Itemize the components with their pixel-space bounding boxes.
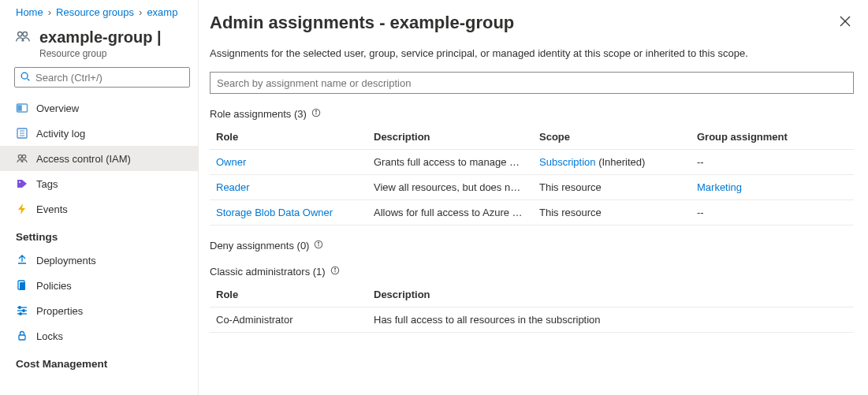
nav-events[interactable]: Events <box>0 196 198 222</box>
classic-admins-title: Classic administrators (1) <box>210 266 326 278</box>
properties-icon <box>16 304 28 317</box>
svg-point-0 <box>18 32 22 37</box>
cell-description: Allows for full access to Azure S… <box>367 200 533 225</box>
cell-scope: This resource <box>533 175 691 200</box>
nav-policies[interactable]: Policies <box>0 273 198 298</box>
events-icon <box>16 203 28 215</box>
iam-icon <box>16 152 28 165</box>
panel-search-input[interactable] <box>210 72 854 94</box>
col-group[interactable]: Group assignment <box>691 125 854 150</box>
activity-log-icon <box>16 127 28 140</box>
close-icon <box>840 17 851 29</box>
sidebar-search-input[interactable] <box>35 72 184 84</box>
col-role[interactable]: Role <box>210 282 367 307</box>
cell-group: -- <box>691 200 854 225</box>
classic-admins-table: Role Description Co-Administrator Has fu… <box>210 282 854 333</box>
nav-label: Deployments <box>36 255 96 266</box>
cell-scope: This resource <box>533 200 691 225</box>
panel-title: Admin assignments - example-group <box>210 13 514 33</box>
panel-description: Assignments for the selected user, group… <box>210 47 854 59</box>
resource-group-title: example-group | <box>39 28 162 47</box>
breadcrumb: Home › Resource groups › examp <box>0 0 198 21</box>
svg-point-20 <box>20 313 22 315</box>
col-description[interactable]: Description <box>367 282 854 307</box>
info-icon[interactable] <box>330 266 340 278</box>
scope-link[interactable]: Subscription <box>539 156 596 168</box>
section-settings: Settings <box>0 222 198 248</box>
search-icon <box>20 71 31 84</box>
nav-tags[interactable]: Tags <box>0 171 198 196</box>
nav-label: Overview <box>36 102 79 114</box>
table-row[interactable]: Co-Administrator Has full access to all … <box>210 307 854 333</box>
cell-group: -- <box>691 150 854 175</box>
svg-point-1 <box>23 32 28 37</box>
role-assignments-title: Role assignments (3) <box>210 108 307 120</box>
svg-point-10 <box>18 155 21 158</box>
deny-assignments-title: Deny assignments (0) <box>210 240 309 252</box>
tags-icon <box>16 177 28 190</box>
cell-description: Grants full access to manage all … <box>367 150 533 175</box>
info-icon[interactable] <box>314 240 323 252</box>
nav-label: Access control (IAM) <box>36 153 131 165</box>
nav-label: Activity log <box>36 128 85 140</box>
locks-icon <box>16 330 28 342</box>
table-row[interactable]: Reader View all resources, but does not…… <box>210 175 854 200</box>
cell-description: Has full access to all resources in the … <box>367 307 854 333</box>
svg-point-32 <box>334 268 335 269</box>
sidebar-nav: Overview Activity log Access control (IA… <box>0 95 198 395</box>
nav-deployments[interactable]: Deployments <box>0 248 198 273</box>
nav-locks[interactable]: Locks <box>0 323 198 348</box>
role-link[interactable]: Owner <box>216 156 246 168</box>
table-row[interactable]: Owner Grants full access to manage all …… <box>210 150 854 175</box>
sidebar-search[interactable] <box>14 67 190 88</box>
svg-point-2 <box>21 73 28 79</box>
svg-point-11 <box>22 155 25 158</box>
svg-rect-5 <box>18 106 21 110</box>
svg-point-29 <box>319 242 319 243</box>
cell-description: View all resources, but does not… <box>367 175 533 200</box>
nav-label: Policies <box>36 280 72 292</box>
svg-point-12 <box>19 181 20 183</box>
nav-label: Properties <box>36 305 83 317</box>
svg-point-26 <box>315 110 316 111</box>
group-link[interactable]: Marketing <box>697 181 742 193</box>
role-link[interactable]: Reader <box>216 181 250 193</box>
cell-role: Co-Administrator <box>210 307 367 333</box>
nav-access-control[interactable]: Access control (IAM) <box>0 146 198 171</box>
deployments-icon <box>16 254 28 266</box>
resource-group-subtitle: Resource group <box>39 48 162 59</box>
close-button[interactable] <box>836 13 854 32</box>
svg-point-18 <box>19 307 21 309</box>
nav-overview[interactable]: Overview <box>0 95 198 121</box>
col-description[interactable]: Description <box>367 125 533 150</box>
role-assignments-table: Role Description Scope Group assignment … <box>210 125 854 225</box>
breadcrumb-current[interactable]: examp <box>147 6 177 18</box>
svg-line-3 <box>28 78 30 80</box>
role-link[interactable]: Storage Blob Data Owner <box>216 207 333 218</box>
info-icon[interactable] <box>311 108 321 120</box>
svg-rect-21 <box>19 335 25 340</box>
nav-activity-log[interactable]: Activity log <box>0 121 198 146</box>
policies-icon <box>16 279 28 292</box>
nav-properties[interactable]: Properties <box>0 298 198 323</box>
breadcrumb-home[interactable]: Home <box>16 6 43 18</box>
svg-point-19 <box>23 310 25 312</box>
nav-label: Tags <box>36 178 58 190</box>
breadcrumb-resource-groups[interactable]: Resource groups <box>56 6 134 18</box>
nav-label: Locks <box>36 330 63 342</box>
nav-label: Events <box>36 203 68 215</box>
table-row[interactable]: Storage Blob Data Owner Allows for full … <box>210 200 854 225</box>
resource-group-icon <box>14 28 32 47</box>
overview-icon <box>16 102 28 114</box>
col-scope[interactable]: Scope <box>533 125 691 150</box>
section-cost-management: Cost Management <box>0 348 198 375</box>
col-role[interactable]: Role <box>210 125 367 150</box>
svg-rect-14 <box>20 282 25 290</box>
